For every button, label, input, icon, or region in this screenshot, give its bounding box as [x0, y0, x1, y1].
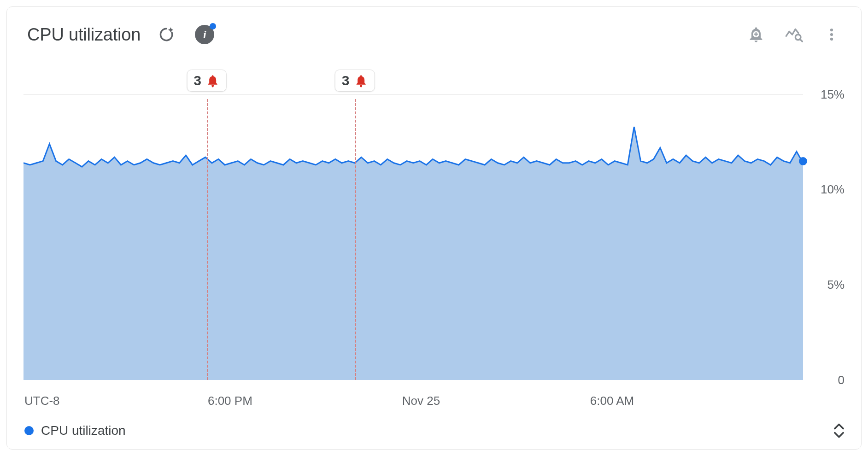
alert-event-marker[interactable]: 3 — [187, 70, 227, 92]
y-tick-5: 5% — [827, 278, 845, 292]
svg-point-6 — [360, 86, 362, 88]
svg-point-5 — [212, 86, 214, 88]
x-axis: 6:00 PMNov 256:00 AM — [23, 394, 803, 414]
y-tick-10: 10% — [821, 182, 845, 197]
more-vert-icon[interactable] — [822, 25, 841, 44]
chart-header: CPU utilization i — [7, 7, 861, 53]
alert-event-line — [355, 99, 356, 380]
svg-point-2 — [830, 29, 833, 31]
legend-label: CPU utilization — [41, 423, 126, 438]
chart-card: CPU utilization i — [6, 6, 862, 450]
series-end-marker — [799, 157, 807, 165]
x-tick-label: 6:00 PM — [208, 394, 252, 408]
y-tick-0: 0 — [838, 373, 845, 387]
plot-area[interactable] — [23, 94, 803, 380]
legend-swatch — [24, 426, 34, 435]
alert-event-count: 3 — [194, 73, 201, 88]
x-tick-label: Nov 25 — [402, 394, 440, 408]
alert-event-line — [207, 99, 208, 380]
legend[interactable]: CPU utilization — [24, 423, 126, 438]
alert-event-marker[interactable]: 3 — [335, 70, 375, 92]
refresh-ai-icon[interactable] — [157, 25, 176, 44]
svg-point-3 — [830, 33, 833, 36]
y-tick-15: 15% — [821, 88, 845, 102]
reorder-handle[interactable] — [833, 423, 845, 438]
alert-event-count: 3 — [342, 73, 350, 88]
chart-title: CPU utilization — [27, 25, 141, 45]
chart-body: 15% 10% 5% 0 33 — [23, 67, 845, 389]
svg-point-4 — [830, 38, 833, 41]
explore-metrics-icon[interactable] — [785, 25, 803, 44]
x-tick-label: 6:00 AM — [590, 394, 634, 408]
area-chart-svg — [23, 94, 803, 380]
bell-icon — [354, 74, 368, 88]
bell-icon — [206, 74, 220, 88]
add-alert-icon[interactable] — [747, 25, 765, 44]
info-icon[interactable]: i — [195, 25, 214, 44]
